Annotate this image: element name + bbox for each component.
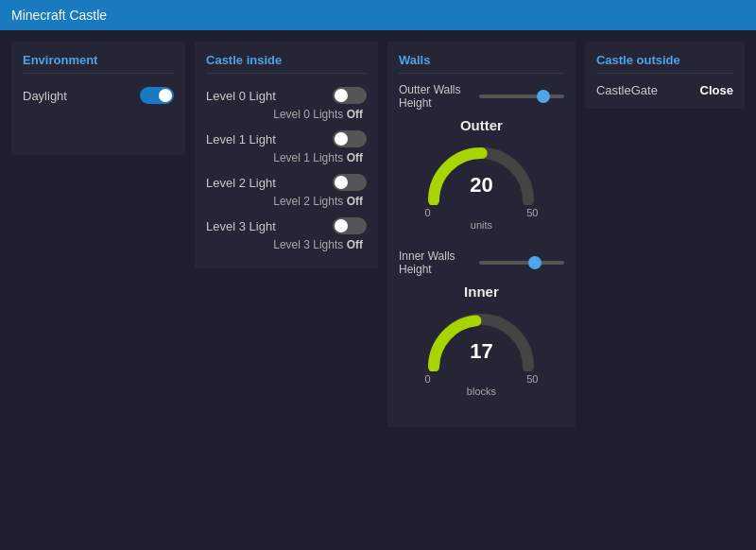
outer-slider-container (479, 95, 564, 98)
light-toggle-1[interactable] (333, 130, 367, 147)
light-sub-row-3: Level 3 Lights Off (206, 238, 367, 255)
inner-walls-section: Inner Walls Height Inner 17 (399, 249, 564, 408)
inner-height-row: Inner Walls Height (399, 249, 564, 276)
inner-gauge-max: 50 (526, 373, 538, 385)
outer-walls-section: Outter Walls Height Outter 20 (399, 83, 564, 242)
app-title: Minecraft Castle (11, 8, 107, 23)
light-toggle-track-2 (333, 174, 367, 191)
light-toggle-thumb-2 (335, 176, 348, 189)
outer-height-label: Outter Walls Height (399, 83, 479, 110)
light-section-3: Level 3 Light Level 3 Lights Off (206, 214, 367, 255)
inner-gauge-labels: 0 50 (424, 373, 538, 385)
outer-gauge-section: Outter 20 0 50 units (399, 117, 564, 231)
walls-panel: Walls Outter Walls Height Outter (387, 42, 576, 427)
walls-panel-title: Walls (399, 53, 564, 74)
light-toggle-thumb-1 (335, 132, 348, 146)
light-status-1: Level 1 Lights Off (273, 151, 363, 164)
outer-height-row: Outter Walls Height (399, 83, 564, 110)
inner-gauge-title: Inner (464, 284, 499, 300)
daylight-row: Daylight (23, 87, 174, 104)
gate-row: CastleGate Close (596, 83, 733, 97)
inner-gauge-wrap: 17 (424, 305, 538, 371)
daylight-toggle-track (140, 87, 174, 104)
light-row-0: Level 0 Light (206, 83, 367, 108)
light-toggle-track-3 (333, 217, 367, 234)
title-bar: Minecraft Castle (0, 0, 756, 30)
light-sub-row-2: Level 2 Lights Off (206, 195, 367, 212)
light-section-1: Level 1 Light Level 1 Lights Off (206, 127, 367, 168)
inner-slider-container (479, 261, 564, 265)
light-toggle-thumb-0 (335, 89, 348, 102)
light-toggle-track-0 (333, 87, 367, 104)
castle-outside-panel: Castle outside CastleGate Close (585, 42, 745, 109)
daylight-toggle[interactable] (140, 87, 174, 104)
outer-gauge-title: Outter (460, 117, 503, 133)
light-label-1: Level 1 Light (206, 132, 276, 146)
inner-gauge-value: 17 (470, 339, 492, 364)
gate-label: CastleGate (596, 83, 658, 97)
outer-gauge-labels: 0 50 (424, 207, 538, 218)
gate-status: Close (696, 83, 733, 97)
inner-gauge-section: Inner 17 0 50 blocks (399, 284, 564, 397)
light-sub-row-0: Level 0 Lights Off (206, 108, 367, 125)
light-label-0: Level 0 Light (206, 89, 276, 103)
environment-panel: Environment Daylight (11, 42, 185, 155)
light-section-2: Level 2 Light Level 2 Lights Off (206, 170, 367, 212)
environment-panel-title: Environment (23, 53, 174, 74)
outer-gauge-max: 50 (526, 207, 538, 218)
light-status-2: Level 2 Lights Off (273, 195, 363, 208)
daylight-label: Daylight (23, 89, 67, 103)
main-content: Environment Daylight Castle inside Level… (0, 30, 756, 550)
light-toggle-thumb-3 (335, 219, 348, 232)
light-toggle-0[interactable] (333, 87, 367, 104)
light-status-0: Level 0 Lights Off (273, 108, 363, 121)
outer-gauge-min: 0 (424, 207, 430, 218)
light-status-3: Level 3 Lights Off (273, 238, 363, 251)
light-toggle-track-1 (333, 130, 367, 147)
light-row-1: Level 1 Light (206, 127, 367, 151)
inner-gauge-min: 0 (424, 373, 430, 385)
daylight-toggle-thumb (159, 89, 172, 102)
light-toggle-2[interactable] (333, 174, 367, 191)
light-toggle-3[interactable] (333, 217, 367, 234)
inner-walls-slider[interactable] (479, 261, 564, 265)
outer-gauge-value: 20 (470, 173, 492, 198)
light-row-3: Level 3 Light (206, 214, 367, 238)
castle-inside-title: Castle inside (206, 53, 367, 74)
inner-gauge-unit: blocks (424, 386, 538, 397)
light-label-3: Level 3 Light (206, 219, 276, 233)
outer-gauge-unit: units (424, 219, 538, 231)
outer-gauge-wrap: 20 (424, 139, 538, 205)
inner-height-label: Inner Walls Height (399, 249, 479, 276)
gate-status-value: Close (700, 83, 733, 97)
outer-walls-slider[interactable] (479, 95, 564, 98)
castle-outside-title: Castle outside (596, 53, 733, 74)
castle-inside-panel: Castle inside Level 0 Light Level 0 Ligh… (195, 42, 378, 268)
light-section-0: Level 0 Light Level 0 Lights Off (206, 83, 367, 125)
light-row-2: Level 2 Light (206, 170, 367, 195)
light-sub-row-1: Level 1 Lights Off (206, 151, 367, 168)
light-label-2: Level 2 Light (206, 176, 276, 190)
